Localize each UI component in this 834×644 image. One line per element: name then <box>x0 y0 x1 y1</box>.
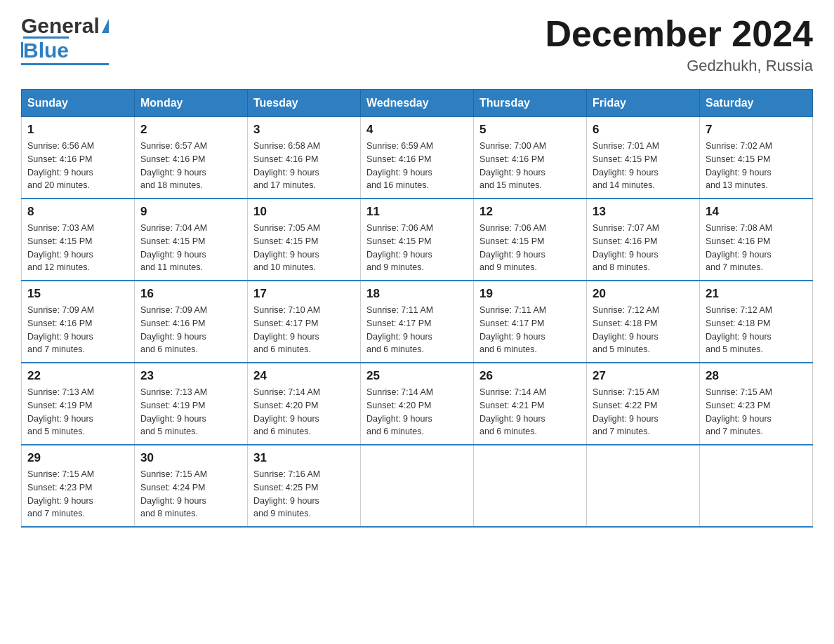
day-info: Sunrise: 7:08 AMSunset: 4:16 PMDaylight:… <box>706 222 807 274</box>
calendar-week-row: 8Sunrise: 7:03 AMSunset: 4:15 PMDaylight… <box>22 199 813 281</box>
day-number: 21 <box>706 287 807 301</box>
logo-blue: Blue <box>23 36 69 62</box>
calendar-day-cell: 16Sunrise: 7:09 AMSunset: 4:16 PMDayligh… <box>135 281 248 363</box>
calendar-header: SundayMondayTuesdayWednesdayThursdayFrid… <box>22 90 813 117</box>
day-info: Sunrise: 7:15 AMSunset: 4:23 PMDaylight:… <box>27 468 128 521</box>
calendar-day-cell <box>700 445 813 527</box>
calendar-day-cell: 22Sunrise: 7:13 AMSunset: 4:19 PMDayligh… <box>22 363 135 445</box>
day-number: 12 <box>479 205 581 219</box>
weekday-header: Thursday <box>474 90 587 117</box>
day-number: 14 <box>706 205 807 219</box>
day-number: 13 <box>593 205 694 219</box>
logo-triangle-icon <box>102 19 109 33</box>
day-info: Sunrise: 6:58 AMSunset: 4:16 PMDaylight:… <box>253 140 355 192</box>
calendar-day-cell: 30Sunrise: 7:15 AMSunset: 4:24 PMDayligh… <box>135 445 248 527</box>
day-info: Sunrise: 7:00 AMSunset: 4:16 PMDaylight:… <box>479 140 581 192</box>
day-info: Sunrise: 7:03 AMSunset: 4:15 PMDaylight:… <box>27 222 128 274</box>
day-info: Sunrise: 7:01 AMSunset: 4:15 PMDaylight:… <box>593 140 694 192</box>
calendar-day-cell: 27Sunrise: 7:15 AMSunset: 4:22 PMDayligh… <box>587 363 700 445</box>
day-info: Sunrise: 6:57 AMSunset: 4:16 PMDaylight:… <box>140 140 241 192</box>
day-number: 20 <box>593 287 694 301</box>
day-number: 1 <box>27 123 128 137</box>
calendar-day-cell: 14Sunrise: 7:08 AMSunset: 4:16 PMDayligh… <box>700 199 813 281</box>
day-info: Sunrise: 7:16 AMSunset: 4:25 PMDaylight:… <box>253 468 355 521</box>
day-info: Sunrise: 7:15 AMSunset: 4:23 PMDaylight:… <box>706 386 807 438</box>
day-number: 30 <box>140 451 241 465</box>
day-number: 7 <box>706 123 807 137</box>
day-info: Sunrise: 7:14 AMSunset: 4:20 PMDaylight:… <box>253 386 355 438</box>
day-info: Sunrise: 7:09 AMSunset: 4:16 PMDaylight:… <box>140 304 241 356</box>
logo-general: General <box>21 14 100 38</box>
calendar-day-cell: 13Sunrise: 7:07 AMSunset: 4:16 PMDayligh… <box>587 199 700 281</box>
weekday-header: Monday <box>135 90 248 117</box>
weekday-header: Tuesday <box>248 90 361 117</box>
calendar-week-row: 22Sunrise: 7:13 AMSunset: 4:19 PMDayligh… <box>22 363 813 445</box>
month-title: December 2024 <box>545 14 813 54</box>
day-info: Sunrise: 7:14 AMSunset: 4:20 PMDaylight:… <box>366 386 468 438</box>
day-info: Sunrise: 7:11 AMSunset: 4:17 PMDaylight:… <box>479 304 581 356</box>
day-number: 8 <box>27 205 128 219</box>
day-info: Sunrise: 7:06 AMSunset: 4:15 PMDaylight:… <box>366 222 468 274</box>
calendar-day-cell <box>474 445 587 527</box>
calendar-day-cell: 8Sunrise: 7:03 AMSunset: 4:15 PMDaylight… <box>22 199 135 281</box>
calendar-day-cell: 19Sunrise: 7:11 AMSunset: 4:17 PMDayligh… <box>474 281 587 363</box>
day-number: 19 <box>479 287 581 301</box>
calendar-table: SundayMondayTuesdayWednesdayThursdayFrid… <box>21 89 813 528</box>
title-area: December 2024 Gedzhukh, Russia <box>545 14 813 75</box>
calendar-day-cell: 4Sunrise: 6:59 AMSunset: 4:16 PMDaylight… <box>361 117 474 199</box>
calendar-day-cell: 3Sunrise: 6:58 AMSunset: 4:16 PMDaylight… <box>248 117 361 199</box>
day-number: 4 <box>366 123 468 137</box>
day-info: Sunrise: 7:14 AMSunset: 4:21 PMDaylight:… <box>479 386 581 438</box>
page-header: General Blue December 2024 Gedzhukh, Rus… <box>21 14 813 75</box>
day-number: 31 <box>253 451 355 465</box>
day-number: 18 <box>366 287 468 301</box>
day-number: 22 <box>27 369 128 383</box>
calendar-day-cell: 18Sunrise: 7:11 AMSunset: 4:17 PMDayligh… <box>361 281 474 363</box>
weekday-header: Sunday <box>22 90 135 117</box>
day-info: Sunrise: 7:05 AMSunset: 4:15 PMDaylight:… <box>253 222 355 274</box>
day-number: 23 <box>140 369 241 383</box>
day-info: Sunrise: 7:09 AMSunset: 4:16 PMDaylight:… <box>27 304 128 356</box>
calendar-day-cell: 21Sunrise: 7:12 AMSunset: 4:18 PMDayligh… <box>700 281 813 363</box>
day-info: Sunrise: 7:06 AMSunset: 4:15 PMDaylight:… <box>479 222 581 274</box>
calendar-day-cell <box>587 445 700 527</box>
day-info: Sunrise: 7:15 AMSunset: 4:24 PMDaylight:… <box>140 468 241 521</box>
day-number: 2 <box>140 123 241 137</box>
day-info: Sunrise: 7:04 AMSunset: 4:15 PMDaylight:… <box>140 222 241 274</box>
weekday-header: Friday <box>587 90 700 117</box>
weekday-header: Wednesday <box>361 90 474 117</box>
calendar-day-cell: 2Sunrise: 6:57 AMSunset: 4:16 PMDaylight… <box>135 117 248 199</box>
calendar-day-cell: 28Sunrise: 7:15 AMSunset: 4:23 PMDayligh… <box>700 363 813 445</box>
day-info: Sunrise: 7:10 AMSunset: 4:17 PMDaylight:… <box>253 304 355 356</box>
day-number: 10 <box>253 205 355 219</box>
day-number: 28 <box>706 369 807 383</box>
calendar-day-cell: 5Sunrise: 7:00 AMSunset: 4:16 PMDaylight… <box>474 117 587 199</box>
day-info: Sunrise: 7:12 AMSunset: 4:18 PMDaylight:… <box>706 304 807 356</box>
day-number: 15 <box>27 287 128 301</box>
calendar-day-cell: 23Sunrise: 7:13 AMSunset: 4:19 PMDayligh… <box>135 363 248 445</box>
day-number: 17 <box>253 287 355 301</box>
calendar-week-row: 1Sunrise: 6:56 AMSunset: 4:16 PMDaylight… <box>22 117 813 199</box>
calendar-day-cell: 15Sunrise: 7:09 AMSunset: 4:16 PMDayligh… <box>22 281 135 363</box>
logo: General Blue <box>21 14 109 65</box>
calendar-week-row: 15Sunrise: 7:09 AMSunset: 4:16 PMDayligh… <box>22 281 813 363</box>
day-info: Sunrise: 7:12 AMSunset: 4:18 PMDaylight:… <box>593 304 694 356</box>
day-info: Sunrise: 6:56 AMSunset: 4:16 PMDaylight:… <box>27 140 128 192</box>
day-number: 25 <box>366 369 468 383</box>
calendar-day-cell: 1Sunrise: 6:56 AMSunset: 4:16 PMDaylight… <box>22 117 135 199</box>
day-number: 24 <box>253 369 355 383</box>
calendar-day-cell: 29Sunrise: 7:15 AMSunset: 4:23 PMDayligh… <box>22 445 135 527</box>
day-info: Sunrise: 7:07 AMSunset: 4:16 PMDaylight:… <box>593 222 694 274</box>
calendar-day-cell: 20Sunrise: 7:12 AMSunset: 4:18 PMDayligh… <box>587 281 700 363</box>
day-number: 9 <box>140 205 241 219</box>
calendar-day-cell: 31Sunrise: 7:16 AMSunset: 4:25 PMDayligh… <box>248 445 361 527</box>
calendar-day-cell: 11Sunrise: 7:06 AMSunset: 4:15 PMDayligh… <box>361 199 474 281</box>
calendar-day-cell <box>361 445 474 527</box>
calendar-day-cell: 10Sunrise: 7:05 AMSunset: 4:15 PMDayligh… <box>248 199 361 281</box>
day-info: Sunrise: 7:11 AMSunset: 4:17 PMDaylight:… <box>366 304 468 356</box>
day-info: Sunrise: 7:13 AMSunset: 4:19 PMDaylight:… <box>140 386 241 438</box>
day-number: 6 <box>593 123 694 137</box>
day-number: 5 <box>479 123 581 137</box>
day-number: 11 <box>366 205 468 219</box>
day-number: 29 <box>27 451 128 465</box>
